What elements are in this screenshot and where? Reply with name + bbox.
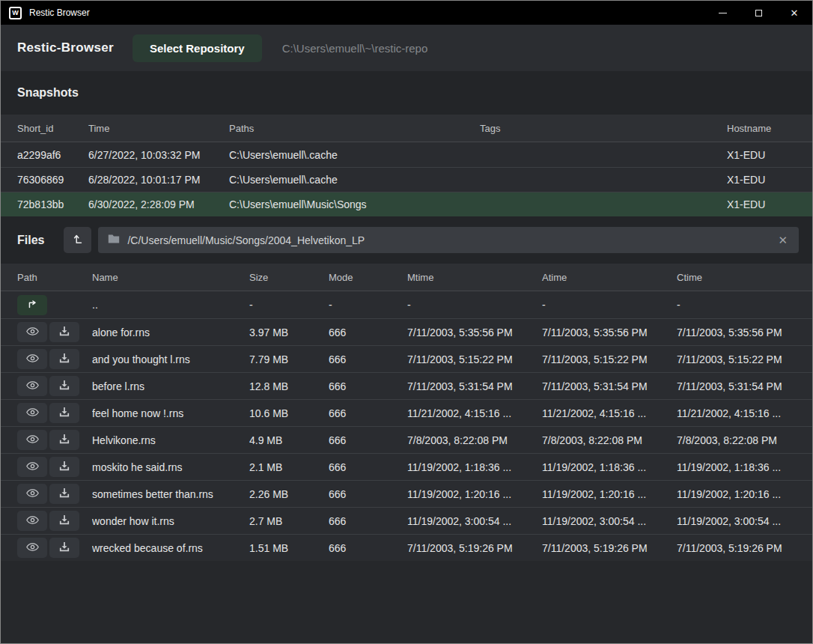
download-file-button[interactable] [49, 538, 79, 558]
close-button[interactable]: ✕ [776, 1, 812, 25]
download-file-button[interactable] [49, 430, 79, 450]
download-icon [59, 514, 70, 527]
col-time: Time [88, 123, 229, 134]
bottom-filler [1, 561, 812, 643]
preview-file-button[interactable] [17, 457, 47, 477]
file-ctime: 7/11/2003, 5:19:26 PM [677, 542, 796, 554]
snapshot-paths: C:\Users\emuell\.cache [229, 174, 480, 186]
col-atime: Atime [542, 272, 677, 283]
col-ctime: Ctime [677, 272, 796, 283]
app-title: Restic-Browser [17, 40, 114, 55]
file-size: 2.26 MB [249, 488, 329, 500]
file-mode: 666 [329, 542, 407, 554]
maximize-button[interactable] [740, 1, 776, 25]
col-path: Path [17, 272, 92, 283]
file-mode: 666 [329, 407, 407, 419]
snapshots-section-header: Snapshots [1, 71, 812, 115]
file-mode: 666 [329, 461, 407, 473]
file-size: 3.97 MB [249, 326, 329, 338]
file-row: moskito he said.rns 2.1 MB 666 11/19/200… [1, 453, 812, 480]
file-mtime: 7/11/2003, 5:15:22 PM [407, 353, 542, 365]
file-name: and you thought l.rns [92, 353, 249, 365]
file-ctime: 7/11/2003, 5:15:22 PM [677, 353, 796, 365]
app-window: W Restic Browser ✕ Restic-Browser Select… [0, 0, 813, 644]
file-atime: 11/19/2002, 1:18:36 ... [542, 461, 677, 473]
close-icon: ✕ [791, 7, 799, 19]
file-ctime: 11/19/2002, 1:20:16 ... [677, 488, 796, 500]
download-file-button[interactable] [49, 376, 79, 396]
file-name: feel home now !.rns [92, 407, 249, 419]
snapshot-hostname: X1-EDU [727, 149, 796, 161]
maximize-icon [755, 10, 762, 16]
download-file-button[interactable] [49, 349, 79, 369]
eye-icon [26, 461, 39, 473]
file-ctime: 7/11/2003, 5:35:56 PM [677, 326, 796, 338]
current-path-value: /C/Users/emuell/Music/Songs/2004_Helveti… [127, 234, 776, 246]
file-mtime: 11/19/2002, 1:20:16 ... [407, 488, 542, 500]
preview-file-button[interactable] [17, 430, 47, 450]
parent-directory-row: .. - - - - - [1, 291, 812, 318]
snapshot-hostname: X1-EDU [727, 198, 796, 210]
download-icon [59, 380, 70, 392]
file-atime: 7/11/2003, 5:15:22 PM [542, 353, 677, 365]
col-hostname: Hostname [727, 123, 796, 134]
select-repository-button[interactable]: Select Repository [133, 34, 262, 62]
file-name: wonder how it.rns [92, 515, 249, 527]
preview-file-button[interactable] [17, 349, 47, 369]
open-parent-directory-button[interactable] [17, 295, 47, 315]
up-directory-icon [72, 233, 84, 247]
file-row: feel home now !.rns 10.6 MB 666 11/21/20… [1, 399, 812, 426]
file-atime: 7/11/2003, 5:35:56 PM [542, 326, 677, 338]
eye-icon [26, 542, 39, 554]
preview-file-button[interactable] [17, 511, 47, 531]
download-file-button[interactable] [49, 511, 79, 531]
file-atime: 11/21/2002, 4:15:16 ... [542, 407, 677, 419]
file-atime: 11/19/2002, 3:00:54 ... [542, 515, 677, 527]
file-size: 2.1 MB [249, 461, 329, 473]
col-short-id: Short_id [17, 123, 88, 134]
clear-path-button[interactable]: ✕ [776, 234, 789, 247]
minimize-button[interactable] [704, 1, 740, 25]
eye-icon [26, 407, 39, 419]
file-row: alone for.rns 3.97 MB 666 7/11/2003, 5:3… [1, 318, 812, 345]
file-mode: 666 [329, 488, 407, 500]
preview-file-button[interactable] [17, 376, 47, 396]
file-mtime: 7/8/2003, 8:22:08 PM [407, 434, 542, 446]
file-size: 7.79 MB [249, 353, 329, 365]
download-file-button[interactable] [49, 484, 79, 504]
preview-file-button[interactable] [17, 322, 47, 342]
snapshot-row[interactable]: a2299af6 6/27/2022, 10:03:32 PM C:\Users… [1, 142, 812, 167]
preview-file-button[interactable] [17, 484, 47, 504]
eye-icon [26, 488, 39, 500]
snapshot-time: 6/28/2022, 10:01:17 PM [88, 174, 229, 186]
preview-file-button[interactable] [17, 538, 47, 558]
snapshot-row[interactable]: 76306869 6/28/2022, 10:01:17 PM C:\Users… [1, 167, 812, 192]
download-icon [59, 461, 70, 473]
download-icon [59, 487, 70, 500]
file-name: wrecked because of.rns [92, 542, 249, 554]
col-paths: Paths [229, 123, 480, 134]
download-file-button[interactable] [49, 403, 79, 423]
file-size: 12.8 MB [249, 380, 329, 392]
repository-path: C:\Users\emuell\~\restic-repo [282, 42, 428, 55]
file-row: and you thought l.rns 7.79 MB 666 7/11/2… [1, 345, 812, 372]
snapshot-paths: C:\Users\emuell\.cache [229, 149, 480, 161]
file-size: 1.51 MB [249, 542, 329, 554]
preview-file-button[interactable] [17, 403, 47, 423]
file-mtime: 7/11/2003, 5:31:54 PM [407, 380, 542, 392]
file-mtime: 11/19/2002, 1:18:36 ... [407, 461, 542, 473]
file-mtime: 11/19/2002, 3:00:54 ... [407, 515, 542, 527]
file-atime: - [542, 299, 677, 311]
eye-icon [26, 515, 39, 527]
file-size: - [249, 299, 329, 311]
col-size: Size [249, 272, 329, 283]
snapshot-row[interactable]: 72b813bb 6/30/2022, 2:28:09 PM C:\Users\… [1, 192, 812, 216]
up-directory-button[interactable] [64, 227, 91, 253]
window-title: Restic Browser [29, 7, 90, 18]
download-file-button[interactable] [49, 457, 79, 477]
file-row: sometimes better than.rns 2.26 MB 666 11… [1, 480, 812, 507]
col-mode: Mode [329, 272, 407, 283]
current-path-input[interactable]: /C/Users/emuell/Music/Songs/2004_Helveti… [98, 227, 799, 253]
download-file-button[interactable] [49, 322, 79, 342]
file-name: alone for.rns [92, 326, 249, 338]
